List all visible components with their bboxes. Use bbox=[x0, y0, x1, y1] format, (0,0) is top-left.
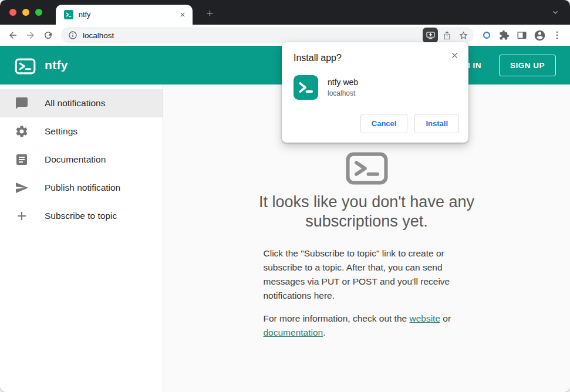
side-panel-icon bbox=[517, 30, 527, 40]
bookmark-button[interactable] bbox=[456, 28, 471, 43]
sidebar-item-all-notifications[interactable]: All notifications bbox=[0, 89, 163, 117]
browser-window: ntfy localhost bbox=[0, 0, 570, 392]
sidebar: All notifications Settings Documentation… bbox=[0, 85, 163, 392]
install-app-button[interactable] bbox=[423, 28, 438, 43]
close-icon bbox=[450, 51, 459, 60]
extension-badge-button[interactable] bbox=[478, 27, 495, 43]
tab-close-button[interactable] bbox=[177, 9, 188, 20]
extensions-button[interactable] bbox=[496, 27, 512, 43]
chat-icon bbox=[15, 96, 29, 110]
install-button[interactable]: Install bbox=[414, 114, 459, 133]
sidebar-item-label: Documentation bbox=[45, 154, 106, 165]
tab-strip: ntfy bbox=[0, 0, 570, 25]
share-button[interactable] bbox=[439, 28, 454, 43]
ntfy-terminal-icon bbox=[344, 146, 390, 184]
window-minimize-button[interactable] bbox=[22, 9, 29, 16]
window-close-button[interactable] bbox=[9, 9, 16, 16]
kebab-menu-icon bbox=[552, 30, 562, 40]
browser-menu-button[interactable] bbox=[549, 27, 565, 43]
dialog-close-button[interactable] bbox=[447, 48, 461, 62]
tab-title: ntfy bbox=[79, 11, 172, 19]
dialog-app-row: ntfy web localhost bbox=[294, 75, 459, 100]
url-text: localhost bbox=[83, 31, 421, 40]
avatar-icon bbox=[534, 29, 546, 42]
install-app-dialog: Install app? ntfy web localhost Cancel I… bbox=[282, 42, 468, 143]
forward-arrow-icon bbox=[25, 30, 36, 40]
tab-search-chevron-icon[interactable] bbox=[548, 5, 563, 20]
empty-state-heading: It looks like you don't have any subscri… bbox=[229, 192, 505, 231]
traffic-lights bbox=[9, 9, 42, 16]
new-tab-button[interactable] bbox=[201, 5, 218, 21]
dialog-actions: Cancel Install bbox=[294, 114, 459, 133]
refresh-icon bbox=[43, 30, 53, 40]
empty-state-info: For more information, check out the webs… bbox=[264, 312, 470, 340]
cancel-button[interactable]: Cancel bbox=[360, 114, 408, 133]
plus-icon bbox=[15, 209, 29, 223]
share-icon bbox=[442, 31, 452, 40]
refresh-button[interactable] bbox=[40, 27, 56, 43]
dialog-app-icon bbox=[294, 75, 318, 100]
extension-ring-icon bbox=[482, 31, 491, 40]
side-panel-button[interactable] bbox=[514, 27, 530, 43]
dialog-app-origin: localhost bbox=[328, 89, 358, 97]
forward-button[interactable] bbox=[22, 27, 39, 43]
ntfy-favicon-icon bbox=[64, 10, 73, 19]
website-link[interactable]: website bbox=[409, 313, 440, 323]
send-icon bbox=[15, 181, 29, 195]
back-button[interactable] bbox=[5, 27, 21, 43]
gear-icon bbox=[15, 124, 29, 138]
sidebar-item-label: Settings bbox=[45, 126, 77, 137]
puzzle-icon bbox=[499, 30, 510, 40]
empty-state-copy: Click the "Subscribe to topic" link to c… bbox=[264, 246, 470, 340]
star-icon bbox=[458, 31, 468, 40]
sidebar-item-subscribe-to-topic[interactable]: Subscribe to topic bbox=[0, 202, 163, 230]
back-arrow-icon bbox=[8, 30, 18, 40]
dialog-title: Install app? bbox=[294, 53, 459, 63]
sidebar-item-label: All notifications bbox=[45, 98, 105, 109]
sidebar-item-publish-notification[interactable]: Publish notification bbox=[0, 174, 163, 202]
site-info-icon[interactable] bbox=[68, 31, 77, 40]
sidebar-item-documentation[interactable]: Documentation bbox=[0, 146, 163, 174]
ntfy-logo-icon bbox=[14, 55, 36, 75]
sidebar-item-settings[interactable]: Settings bbox=[0, 117, 163, 146]
empty-state-paragraph: Click the "Subscribe to topic" link to c… bbox=[264, 246, 470, 303]
browser-tab[interactable]: ntfy bbox=[56, 5, 193, 25]
sign-up-button[interactable]: SIGN UP bbox=[499, 55, 556, 76]
install-icon bbox=[426, 31, 436, 40]
document-icon bbox=[15, 153, 29, 167]
sidebar-item-label: Subscribe to topic bbox=[45, 211, 117, 221]
sidebar-item-label: Publish notification bbox=[45, 183, 120, 193]
address-bar[interactable]: localhost bbox=[61, 27, 474, 43]
profile-button[interactable] bbox=[531, 27, 548, 43]
brand-title: ntfy bbox=[45, 58, 68, 72]
dialog-app-name: ntfy web bbox=[328, 77, 358, 87]
window-zoom-button[interactable] bbox=[35, 9, 42, 16]
documentation-link[interactable]: documentation bbox=[264, 327, 323, 337]
